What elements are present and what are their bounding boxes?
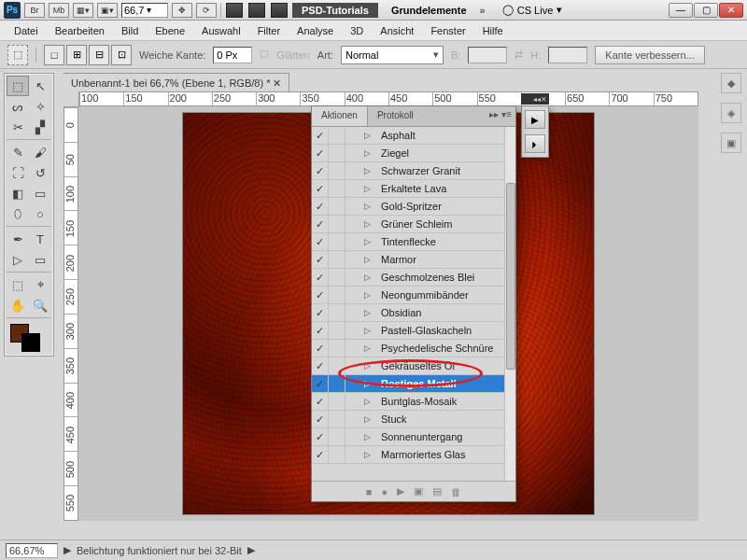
action-check-icon[interactable]: ✓ — [312, 304, 329, 321]
action-row[interactable]: ✓▷Geschmolzenes Blei — [312, 269, 504, 287]
disclosure-icon[interactable]: ▷ — [364, 308, 377, 317]
bridge-button[interactable]: Br — [24, 3, 45, 18]
action-dialog-toggle[interactable] — [329, 428, 345, 445]
3d-camera-tool[interactable]: ⌖ — [29, 274, 51, 295]
actions-scrollbar[interactable] — [504, 127, 515, 481]
screenmode-button[interactable]: ▣▾ — [97, 3, 118, 18]
style-select[interactable]: Normal — [341, 46, 444, 64]
action-row[interactable]: ✓▷Obsidian — [312, 304, 504, 322]
disclosure-icon[interactable]: ▷ — [364, 131, 377, 140]
blur-tool[interactable]: ⬯ — [7, 203, 29, 224]
cslive-label[interactable]: CS Live — [517, 5, 554, 16]
action-check-icon[interactable]: ✓ — [312, 357, 329, 374]
disclosure-icon[interactable]: ▷ — [364, 290, 377, 300]
select-intersect-button[interactable]: ⊡ — [111, 45, 132, 65]
disclosure-icon[interactable]: ▷ — [364, 379, 377, 388]
workspace-more-icon[interactable]: » — [480, 5, 486, 16]
action-dialog-toggle[interactable] — [329, 357, 345, 374]
menu-ebene[interactable]: Ebene — [147, 22, 193, 39]
path-select-tool[interactable]: ▷ — [7, 249, 29, 270]
marquee-tool[interactable]: ⬚ — [7, 76, 29, 96]
menu-hilfe[interactable]: Hilfe — [474, 22, 512, 39]
disclosure-icon[interactable]: ▷ — [364, 184, 377, 193]
action-dialog-toggle[interactable] — [329, 251, 345, 268]
disclosure-icon[interactable]: ▷ — [364, 255, 377, 264]
layers-panel-icon[interactable]: ▣ — [721, 133, 741, 153]
action-row[interactable]: ✓▷Marmoriertes Glas — [312, 446, 504, 464]
disclosure-icon[interactable]: ▷ — [364, 166, 377, 175]
pen-tool[interactable]: ✒ — [7, 229, 29, 249]
select-new-button[interactable]: □ — [44, 45, 64, 65]
extras2-button[interactable] — [248, 3, 265, 18]
action-row[interactable]: ✓▷Grüner Schleim — [312, 216, 504, 233]
select-add-button[interactable]: ⊞ — [66, 45, 87, 65]
menu-ansicht[interactable]: Ansicht — [372, 22, 422, 39]
menu-bearbeiten[interactable]: Bearbeiten — [47, 22, 113, 39]
disclosure-icon[interactable]: ▷ — [364, 343, 377, 353]
action-row[interactable]: ✓▷Gekräuseltes Öl — [312, 357, 504, 375]
action-dialog-toggle[interactable] — [329, 304, 345, 321]
disclosure-icon[interactable]: ▷ — [364, 237, 377, 246]
action-dialog-toggle[interactable] — [329, 269, 345, 286]
history-brush-tool[interactable]: ↺ — [29, 162, 51, 183]
action-check-icon[interactable]: ✓ — [312, 127, 329, 144]
action-dialog-toggle[interactable] — [329, 162, 345, 179]
action-dialog-toggle[interactable] — [329, 145, 345, 161]
action-play-icon[interactable]: ▶ — [525, 110, 545, 129]
action-row[interactable]: ✓▷Pastell-Glaskacheln — [312, 322, 504, 340]
action-check-icon[interactable]: ✓ — [312, 340, 329, 357]
stamp-tool[interactable]: ⛶ — [7, 162, 29, 183]
action-row[interactable]: ✓▷Psychedelische Schnüre — [312, 340, 504, 357]
disclosure-icon[interactable]: ▷ — [364, 450, 377, 459]
panel-menu-icon[interactable]: ▸▸ ▾≡ — [486, 106, 515, 126]
action-step-icon[interactable]: ⏵ — [525, 134, 545, 153]
action-row[interactable]: ✓▷Stuck — [312, 411, 504, 428]
swatches-panel-icon[interactable]: ◆ — [721, 73, 741, 93]
move-tool[interactable]: ↖ — [29, 76, 51, 96]
disclosure-icon[interactable]: ▷ — [364, 148, 377, 158]
disclosure-icon[interactable]: ▷ — [364, 414, 377, 424]
action-dialog-toggle[interactable] — [329, 198, 345, 215]
arrange-button[interactable]: ▦▾ — [73, 3, 93, 18]
document-tab[interactable]: Unbenannt-1 bei 66,7% (Ebene 1, RGB/8) *… — [63, 73, 289, 91]
disclosure-icon[interactable]: ▷ — [364, 219, 377, 229]
3d-tool[interactable]: ⬚ — [7, 274, 29, 295]
menu-bild[interactable]: Bild — [113, 22, 147, 39]
new-action-icon[interactable]: ▤ — [432, 485, 442, 497]
action-check-icon[interactable]: ✓ — [312, 393, 329, 410]
disclosure-icon[interactable]: ▷ — [364, 397, 377, 406]
menu-auswahl[interactable]: Auswahl — [193, 22, 249, 39]
zoom-tool[interactable]: 🔍 — [29, 295, 51, 315]
maximize-button[interactable]: ▢ — [694, 3, 718, 18]
menu-analyse[interactable]: Analyse — [289, 22, 342, 39]
type-tool[interactable]: T — [29, 229, 51, 249]
trash-icon[interactable]: 🗑 — [451, 486, 461, 497]
action-dialog-toggle[interactable] — [329, 322, 345, 339]
select-subtract-button[interactable]: ⊟ — [89, 45, 109, 65]
menu-filter[interactable]: Filter — [249, 22, 289, 39]
magic-wand-tool[interactable]: ✧ — [29, 96, 51, 117]
action-dialog-toggle[interactable] — [329, 216, 345, 232]
action-check-icon[interactable]: ✓ — [312, 428, 329, 445]
tab-protokoll[interactable]: Protokoll — [368, 106, 423, 126]
panel-dock-header[interactable]: ◂◂✕ — [521, 93, 549, 105]
healing-tool[interactable]: ✎ — [7, 142, 29, 162]
tab-aktionen[interactable]: Aktionen — [312, 106, 368, 126]
minibridge-button[interactable]: Mb — [49, 3, 69, 18]
action-row[interactable]: ✓▷Erkaltete Lava — [312, 180, 504, 198]
action-check-icon[interactable]: ✓ — [312, 269, 329, 286]
disclosure-icon[interactable]: ▷ — [364, 202, 377, 211]
workspace-psd-tutorials[interactable]: PSD-Tutorials — [292, 3, 378, 18]
eraser-tool[interactable]: ◧ — [7, 183, 29, 203]
action-dialog-toggle[interactable] — [329, 233, 345, 250]
workspace-grundelemente[interactable]: Grundelemente — [382, 3, 476, 18]
menu-datei[interactable]: Datei — [6, 22, 47, 39]
action-dialog-toggle[interactable] — [329, 287, 345, 303]
feather-input[interactable]: 0 Px — [213, 47, 252, 63]
action-row[interactable]: ✓▷Tintenflecke — [312, 233, 504, 251]
extras3-button[interactable] — [271, 3, 288, 18]
action-dialog-toggle[interactable] — [329, 411, 345, 427]
gradient-tool[interactable]: ▭ — [29, 183, 51, 203]
action-check-icon[interactable]: ✓ — [312, 287, 329, 303]
eyedropper-tool[interactable]: ▞ — [29, 117, 51, 137]
